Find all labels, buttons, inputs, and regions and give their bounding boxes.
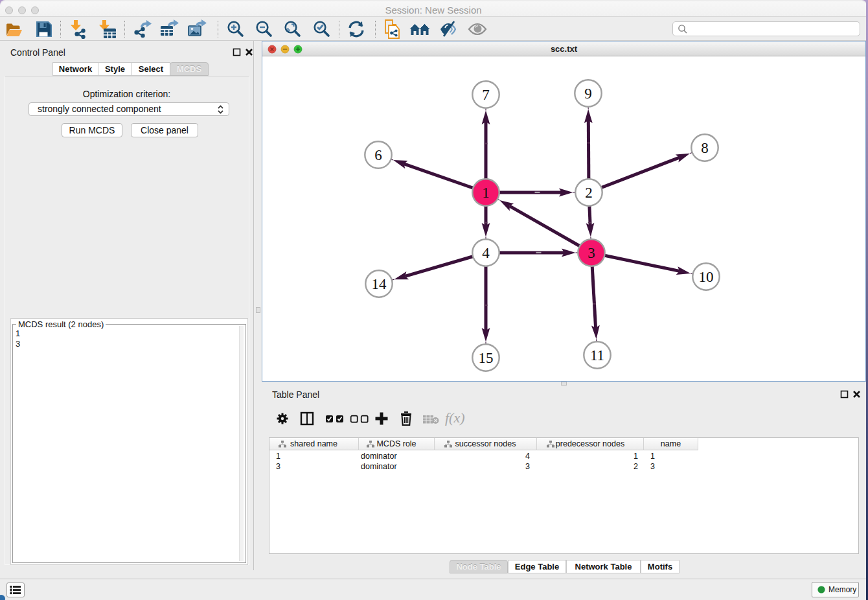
svg-text:1: 1 bbox=[482, 185, 490, 201]
svg-text:14: 14 bbox=[372, 276, 387, 292]
svg-text:3: 3 bbox=[588, 245, 595, 261]
svg-text:9: 9 bbox=[584, 86, 592, 102]
svg-text:2: 2 bbox=[585, 185, 593, 201]
svg-text:15: 15 bbox=[479, 350, 494, 366]
svg-text:11: 11 bbox=[590, 347, 604, 363]
svg-text:7: 7 bbox=[482, 87, 490, 103]
svg-text:4: 4 bbox=[482, 245, 490, 261]
svg-text:8: 8 bbox=[701, 140, 709, 156]
svg-text:10: 10 bbox=[699, 269, 714, 285]
svg-text:6: 6 bbox=[374, 147, 382, 163]
